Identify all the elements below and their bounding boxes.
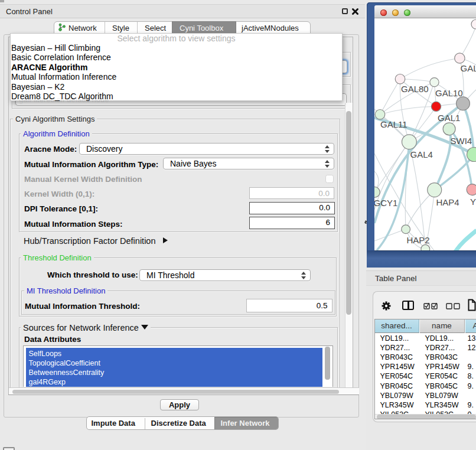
svg-text:HAP2: HAP2	[407, 235, 430, 245]
svg-text:Y: Y	[470, 197, 476, 207]
svg-text:GAL1: GAL1	[438, 113, 460, 123]
svg-text:GAL4: GAL4	[410, 149, 433, 159]
svg-text:GAL10: GAL10	[435, 88, 463, 98]
svg-text:HAP4: HAP4	[436, 197, 459, 207]
svg-text:SWI4: SWI4	[451, 136, 472, 146]
svg-text:GAL80: GAL80	[401, 84, 429, 94]
svg-text:GAL11: GAL11	[380, 119, 407, 129]
svg-text:GCY1: GCY1	[374, 198, 397, 208]
svg-text:GAL: GAL	[461, 63, 476, 73]
